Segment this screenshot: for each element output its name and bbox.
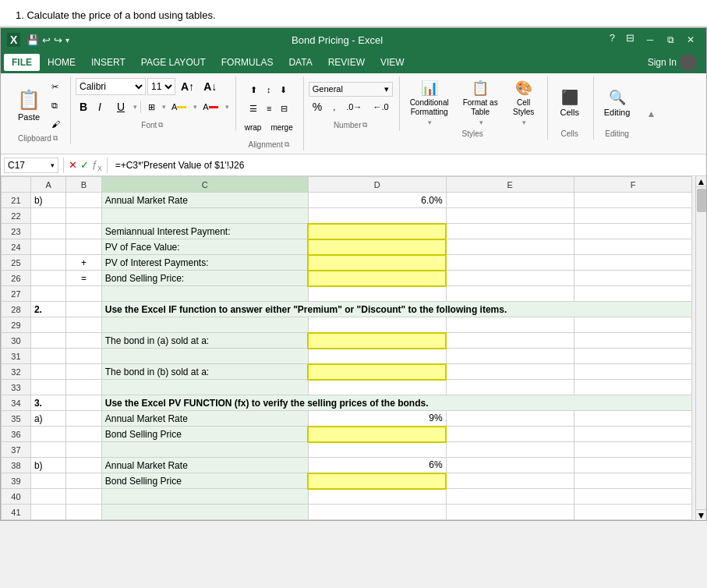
fill-color-dropdown-icon[interactable]: ▾ (193, 103, 197, 111)
cell-A37[interactable] (30, 442, 65, 458)
row-number-34[interactable]: 34 (2, 395, 31, 411)
vertical-scrollbar[interactable]: ▲ ▼ (695, 176, 706, 520)
cell-B36[interactable] (66, 427, 101, 442)
cell-F32[interactable] (574, 364, 692, 380)
quick-access-save-icon[interactable]: 💾 (27, 34, 39, 46)
scroll-down-button[interactable]: ▼ (696, 509, 707, 520)
cell-D31[interactable] (308, 349, 446, 364)
cell-A36[interactable] (30, 427, 65, 442)
cell-F27[interactable] (574, 286, 692, 302)
underline-button[interactable]: U (113, 98, 130, 115)
undo-icon[interactable]: ↩ (42, 34, 51, 46)
underline-dropdown-icon[interactable]: ▾ (133, 103, 137, 111)
cell-A30[interactable] (30, 333, 65, 349)
ribbon-display-icon[interactable]: ⊟ (621, 32, 639, 48)
cell-E32[interactable] (446, 364, 574, 380)
cell-A35[interactable]: a) (30, 411, 65, 427)
cell-B41[interactable] (66, 505, 101, 520)
row-number-24[interactable]: 24 (2, 239, 31, 255)
align-middle-icon[interactable]: ↕ (263, 81, 275, 98)
cell-C25[interactable]: PV of Interest Payments: (101, 255, 308, 271)
cell-C33[interactable] (101, 380, 308, 395)
cell-A23[interactable] (30, 224, 65, 239)
cell-F39[interactable] (574, 473, 692, 489)
cell-F30[interactable] (574, 333, 692, 349)
cell-E38[interactable] (446, 458, 574, 473)
cell-C30[interactable]: The bond in (a) sold at a: (101, 333, 308, 349)
close-button[interactable]: ✕ (681, 32, 700, 48)
increase-decimal-button[interactable]: .0→ (342, 98, 366, 115)
cell-B32[interactable] (66, 364, 101, 380)
cell-D40[interactable] (308, 489, 446, 505)
cell-B40[interactable] (66, 489, 101, 505)
cell-A24[interactable] (30, 239, 65, 255)
cell-B22[interactable] (66, 208, 101, 224)
cell-D38[interactable]: 6% (308, 458, 446, 473)
cell-D33[interactable] (308, 380, 446, 395)
cell-D41[interactable] (308, 505, 446, 520)
row-number-31[interactable]: 31 (2, 349, 31, 364)
cell-E21[interactable] (446, 193, 574, 208)
cell-E27[interactable] (446, 286, 574, 302)
menu-file[interactable]: FILE (4, 54, 40, 71)
menu-view[interactable]: VIEW (373, 54, 412, 71)
number-format-select[interactable]: General▾ (309, 82, 393, 97)
cell-D24[interactable] (308, 239, 446, 255)
conditional-formatting-button[interactable]: 📊 ConditionalFormatting ▾ (405, 81, 454, 125)
cell-C21[interactable]: Annual Market Rate (101, 193, 308, 208)
cell-D21[interactable]: 6.0% (308, 193, 446, 208)
row-number-32[interactable]: 32 (2, 364, 31, 380)
cell-E30[interactable] (446, 333, 574, 349)
cell-C37[interactable] (101, 442, 308, 458)
cell-A26[interactable] (30, 271, 65, 286)
cut-button[interactable]: ✂ (48, 78, 64, 95)
align-top-icon[interactable]: ⬆ (246, 81, 261, 98)
cell-F24[interactable] (574, 239, 692, 255)
decrease-font-icon[interactable]: A↓ (200, 78, 221, 95)
cell-D35[interactable]: 9% (308, 411, 446, 427)
cell-A29[interactable] (30, 317, 65, 333)
cell-D37[interactable] (308, 442, 446, 458)
cancel-formula-icon[interactable]: ✕ (69, 159, 77, 171)
sign-in-button[interactable]: Sign In (642, 51, 703, 74)
decrease-decimal-button[interactable]: ←.0 (369, 98, 392, 115)
font-color-dropdown-icon[interactable]: ▾ (225, 103, 229, 111)
cell-A25[interactable] (30, 255, 65, 271)
col-header-B[interactable]: B (66, 177, 101, 193)
cell-B38[interactable] (66, 458, 101, 473)
menu-review[interactable]: REVIEW (320, 54, 373, 71)
cell-E23[interactable] (446, 224, 574, 239)
merge-center-icon[interactable]: merge (267, 119, 296, 136)
cell-C23[interactable]: Semiannual Interest Payment: (101, 224, 308, 239)
cell-A31[interactable] (30, 349, 65, 364)
borders-button[interactable]: ⊞ (144, 98, 159, 115)
cell-D32[interactable] (308, 364, 446, 380)
cell-C34[interactable]: Use the Excel PV FUNCTION (fx) to verify… (101, 395, 692, 411)
cell-F40[interactable] (574, 489, 692, 505)
cell-F38[interactable] (574, 458, 692, 473)
cell-A33[interactable] (30, 380, 65, 395)
formula-input[interactable]: =+C3*'Present Value of $1'!J26 (112, 158, 703, 172)
row-number-33[interactable]: 33 (2, 380, 31, 395)
cell-E33[interactable] (446, 380, 574, 395)
row-number-28[interactable]: 28 (2, 302, 31, 317)
cell-A41[interactable] (30, 505, 65, 520)
col-header-D[interactable]: D (308, 177, 446, 193)
cell-F33[interactable] (574, 380, 692, 395)
restore-button[interactable]: ⧉ (661, 32, 680, 48)
cell-F23[interactable] (574, 224, 692, 239)
cell-C35[interactable]: Annual Market Rate (101, 411, 308, 427)
cell-B39[interactable] (66, 473, 101, 489)
percent-button[interactable]: % (309, 98, 326, 115)
cell-F22[interactable] (574, 208, 692, 224)
cell-B34[interactable] (66, 395, 101, 411)
ribbon-collapse-icon[interactable]: ▲ (645, 76, 657, 151)
cell-D25[interactable] (308, 255, 446, 271)
font-family-select[interactable]: Calibri (76, 78, 146, 95)
row-number-35[interactable]: 35 (2, 411, 31, 427)
minimize-button[interactable]: ─ (641, 32, 659, 48)
insert-function-icon[interactable]: ƒx (92, 158, 102, 172)
cell-B27[interactable] (66, 286, 101, 302)
row-number-40[interactable]: 40 (2, 489, 31, 505)
cell-B25[interactable]: + (66, 255, 101, 271)
